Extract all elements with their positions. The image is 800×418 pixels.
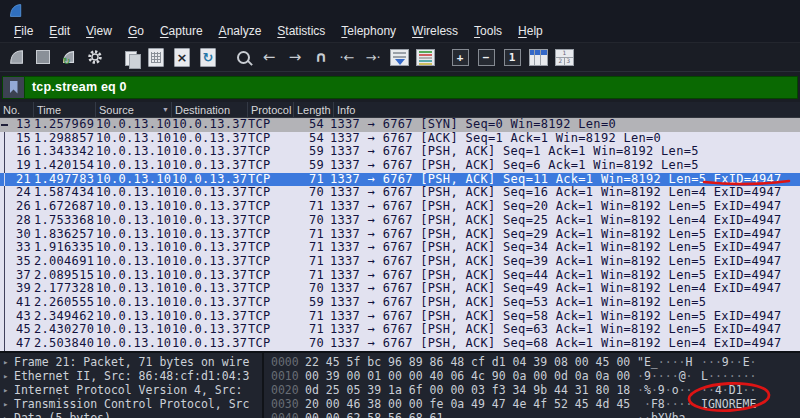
zoom-in-icon[interactable]: + bbox=[447, 45, 473, 69]
menu-bar: FileEditViewGoCaptureAnalyzeStatisticsTe… bbox=[0, 20, 800, 43]
column-header-source[interactable]: Source▼ bbox=[96, 102, 172, 117]
restart-capture-icon[interactable]: ↻ bbox=[56, 45, 82, 69]
detail-line-0[interactable]: ▸Frame 21: Packet, 71 bytes on wire bbox=[0, 355, 262, 369]
packet-row-26[interactable]: 261.67268710.0.13.1010.0.13.37TCP711337 … bbox=[0, 200, 800, 214]
detail-line-1[interactable]: ▸Ethernet II, Src: 86:48:cf:d1:04:3 bbox=[0, 369, 262, 383]
expand-arrow-icon[interactable]: ▸ bbox=[3, 383, 14, 397]
start-capture-icon[interactable] bbox=[4, 45, 30, 69]
column-header-time[interactable]: Time bbox=[34, 102, 96, 117]
expand-arrow-icon[interactable]: ▸ bbox=[3, 411, 14, 418]
menu-go[interactable]: Go bbox=[120, 22, 152, 40]
packet-row-19[interactable]: 191.42015410.0.13.1010.0.13.37TCP591337 … bbox=[0, 159, 800, 173]
packet-row-37[interactable]: 372.08951510.0.13.1010.0.13.37TCP711337 … bbox=[0, 269, 800, 283]
menu-edit[interactable]: Edit bbox=[41, 22, 78, 40]
zoom-out-icon[interactable]: − bbox=[473, 45, 499, 69]
auto-scroll-icon[interactable] bbox=[386, 45, 412, 69]
packet-row-33[interactable]: 331.91633510.0.13.1010.0.13.37TCP711337 … bbox=[0, 241, 800, 255]
column-header-info[interactable]: Info bbox=[334, 102, 800, 117]
packet-bytes-pane: 000022 45 5f bc 96 89 86 48cf d1 04 39 0… bbox=[264, 353, 800, 418]
menu-capture[interactable]: Capture bbox=[152, 22, 211, 40]
hex-line-0020[interactable]: 00200d 25 05 39 1a 6f 00 0003 f3 34 9b 4… bbox=[264, 383, 800, 397]
wireshark-logo-icon bbox=[8, 3, 24, 18]
go-back-icon[interactable]: ← bbox=[256, 45, 282, 69]
menu-wireless[interactable]: Wireless bbox=[404, 22, 466, 40]
column-header-protocol[interactable]: Protocol bbox=[248, 102, 294, 117]
go-to-packet-icon[interactable]: ∩ bbox=[308, 45, 334, 69]
detail-line-4[interactable]: ▸Data (5 bytes) bbox=[0, 411, 262, 418]
packet-row-13[interactable]: 131.25796910.0.13.1010.0.13.37TCP541337 … bbox=[0, 118, 800, 132]
menu-telephony[interactable]: Telephony bbox=[333, 22, 404, 40]
wireshark-window: FileEditViewGoCaptureAnalyzeStatisticsTe… bbox=[0, 0, 800, 418]
zoom-100-icon[interactable]: 1 bbox=[499, 45, 525, 69]
packet-list-header: No.TimeSource▼DestinationProtocolLengthI… bbox=[0, 102, 800, 118]
column-header-destination[interactable]: Destination bbox=[172, 102, 248, 117]
expand-arrow-icon[interactable]: ▸ bbox=[3, 369, 14, 383]
filter-text: tcp.stream eq 0 bbox=[25, 80, 127, 94]
packet-row-21[interactable]: 211.49778310.0.13.1010.0.13.37TCP711337 … bbox=[0, 173, 800, 187]
reload-file-icon[interactable]: ↻ bbox=[195, 45, 221, 69]
save-file-icon[interactable] bbox=[143, 45, 169, 69]
packet-row-35[interactable]: 352.00469110.0.13.1010.0.13.37TCP711337 … bbox=[0, 255, 800, 269]
packet-row-30[interactable]: 301.83625710.0.13.1010.0.13.37TCP711337 … bbox=[0, 228, 800, 242]
go-first-packet-icon[interactable]: ·← bbox=[334, 45, 360, 69]
toolbar: ↻×↻←→∩·←→·+−1123 bbox=[0, 43, 800, 72]
layout-icon[interactable]: 123 bbox=[551, 45, 577, 69]
filter-bookmark-button[interactable] bbox=[3, 77, 25, 98]
display-filter-input[interactable]: tcp.stream eq 0 bbox=[2, 76, 798, 99]
expand-arrow-icon[interactable]: ▸ bbox=[3, 397, 14, 411]
column-header-no[interactable]: No. bbox=[0, 102, 34, 117]
packet-row-28[interactable]: 281.75336810.0.13.1010.0.13.37TCP701337 … bbox=[0, 214, 800, 228]
menu-tools[interactable]: Tools bbox=[466, 22, 510, 40]
packet-row-39[interactable]: 392.17732810.0.13.1010.0.13.37TCP701337 … bbox=[0, 282, 800, 296]
packet-row-24[interactable]: 241.58743410.0.13.1010.0.13.37TCP701337 … bbox=[0, 186, 800, 200]
packet-row-43[interactable]: 432.34946210.0.13.1010.0.13.37TCP711337 … bbox=[0, 310, 800, 324]
expand-arrow-icon[interactable]: ▸ bbox=[3, 355, 14, 369]
detail-line-3[interactable]: ▸Transmission Control Protocol, Src bbox=[0, 397, 262, 411]
packet-row-47[interactable]: 472.50384010.0.13.1010.0.13.37TCP701337 … bbox=[0, 337, 800, 351]
packet-details-pane: ▸Frame 21: Packet, 71 bytes on wire▸Ethe… bbox=[0, 353, 264, 418]
stop-capture-icon[interactable] bbox=[30, 45, 56, 69]
menu-statistics[interactable]: Statistics bbox=[269, 22, 333, 40]
go-forward-icon[interactable]: → bbox=[282, 45, 308, 69]
packet-row-41[interactable]: 412.26055510.0.13.1010.0.13.37TCP591337 … bbox=[0, 296, 800, 310]
hex-line-0030[interactable]: 003020 00 46 38 00 00 fe 0a49 47 4e 4f 5… bbox=[264, 397, 800, 411]
capture-options-icon[interactable] bbox=[82, 45, 108, 69]
menu-help[interactable]: Help bbox=[510, 22, 551, 40]
packet-row-45[interactable]: 452.43027010.0.13.1010.0.13.37TCP711337 … bbox=[0, 323, 800, 337]
resize-columns-icon[interactable] bbox=[525, 45, 551, 69]
menu-view[interactable]: View bbox=[78, 22, 120, 40]
sort-indicator-icon: ▼ bbox=[162, 106, 169, 113]
svg-text:↻: ↻ bbox=[63, 56, 71, 66]
find-packet-icon[interactable] bbox=[230, 45, 256, 69]
bookmark-icon bbox=[10, 81, 18, 94]
column-header-length[interactable]: Length bbox=[294, 102, 334, 117]
menu-file[interactable]: File bbox=[6, 22, 41, 40]
hex-line-0000[interactable]: 000022 45 5f bc 96 89 86 48cf d1 04 39 0… bbox=[264, 355, 800, 369]
menu-analyze[interactable]: Analyze bbox=[211, 22, 270, 40]
colorize-icon[interactable] bbox=[412, 45, 438, 69]
packet-list: 131.25796910.0.13.1010.0.13.37TCP541337 … bbox=[0, 118, 800, 351]
close-file-icon[interactable]: × bbox=[169, 45, 195, 69]
filter-bar: tcp.stream eq 0 bbox=[0, 72, 800, 102]
bottom-panes: ▸Frame 21: Packet, 71 bytes on wire▸Ethe… bbox=[0, 353, 800, 418]
go-last-packet-icon[interactable]: →· bbox=[360, 45, 386, 69]
hex-line-0040[interactable]: 004000 00 62 58 56 68 61··bXVha bbox=[264, 411, 800, 418]
hex-line-0010[interactable]: 001000 39 00 01 00 00 40 064c 90 0a 00 0… bbox=[264, 369, 800, 383]
packet-row-16[interactable]: 161.34334210.0.13.1010.0.13.37TCP591337 … bbox=[0, 145, 800, 159]
open-file-icon[interactable] bbox=[117, 45, 143, 69]
detail-line-2[interactable]: ▸Internet Protocol Version 4, Src: bbox=[0, 383, 262, 397]
title-bar bbox=[0, 0, 800, 20]
packet-row-15[interactable]: 151.29885710.0.13.1010.0.13.37TCP541337 … bbox=[0, 132, 800, 146]
